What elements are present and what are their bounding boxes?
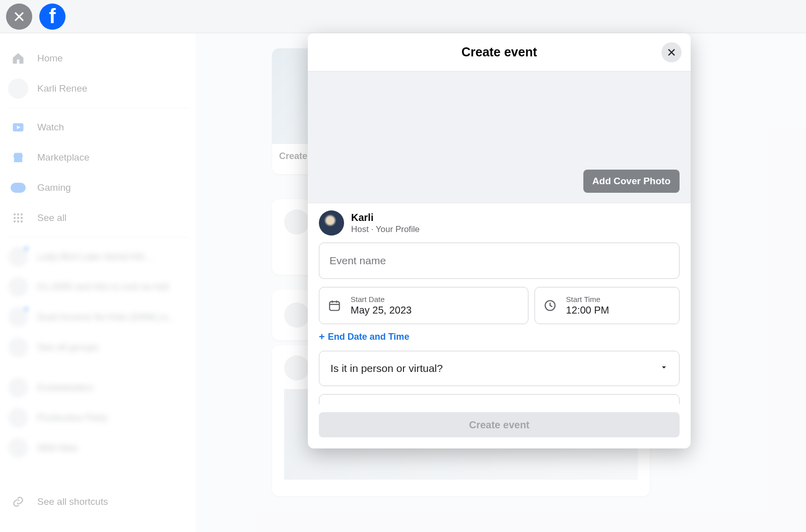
host-name: Karli xyxy=(351,212,420,223)
dialog-close-button[interactable] xyxy=(661,42,682,62)
dialog-title: Create event xyxy=(461,45,537,59)
caret-down-icon xyxy=(660,363,668,373)
location-type-select[interactable]: Is it in person or virtual? xyxy=(319,351,680,386)
add-cover-photo-button[interactable]: Add Cover Photo xyxy=(583,170,680,193)
end-date-time-link[interactable]: + End Date and Time xyxy=(319,331,680,343)
host-subtitle: Host · Your Profile xyxy=(351,224,420,235)
close-page-button[interactable] xyxy=(6,4,32,30)
cover-photo-area: Add Cover Photo xyxy=(308,71,691,203)
event-name-field[interactable] xyxy=(319,243,680,279)
host-avatar xyxy=(319,210,344,236)
next-field[interactable] xyxy=(319,394,680,404)
top-bar: f xyxy=(0,0,806,33)
dialog-footer: Create event xyxy=(308,404,691,448)
svg-rect-12 xyxy=(329,301,340,310)
create-event-button[interactable]: Create event xyxy=(319,412,680,437)
plus-icon: + xyxy=(319,331,325,343)
dialog-titlebar: Create event xyxy=(308,33,691,71)
start-date-label: Start Date xyxy=(351,295,412,303)
start-time-label: Start Time xyxy=(566,295,610,303)
calendar-icon xyxy=(327,298,342,313)
facebook-logo[interactable]: f xyxy=(39,4,65,30)
start-time-value: 12:00 PM xyxy=(566,305,610,316)
create-event-dialog: Create event Add Cover Photo Karli Host … xyxy=(308,33,691,448)
host-row: Karli Host · Your Profile xyxy=(319,210,680,236)
close-icon xyxy=(667,48,676,57)
clock-icon xyxy=(543,298,557,313)
end-date-time-label: End Date and Time xyxy=(328,332,410,342)
location-type-label: Is it in person or virtual? xyxy=(330,362,443,374)
close-icon xyxy=(13,11,25,23)
dialog-body: Karli Host · Your Profile Start Date May… xyxy=(308,203,691,404)
start-date-value: May 25, 2023 xyxy=(351,305,412,316)
start-date-field[interactable]: Start Date May 25, 2023 xyxy=(319,287,528,324)
start-time-field[interactable]: Start Time 12:00 PM xyxy=(534,287,680,324)
event-name-input[interactable] xyxy=(319,243,679,278)
